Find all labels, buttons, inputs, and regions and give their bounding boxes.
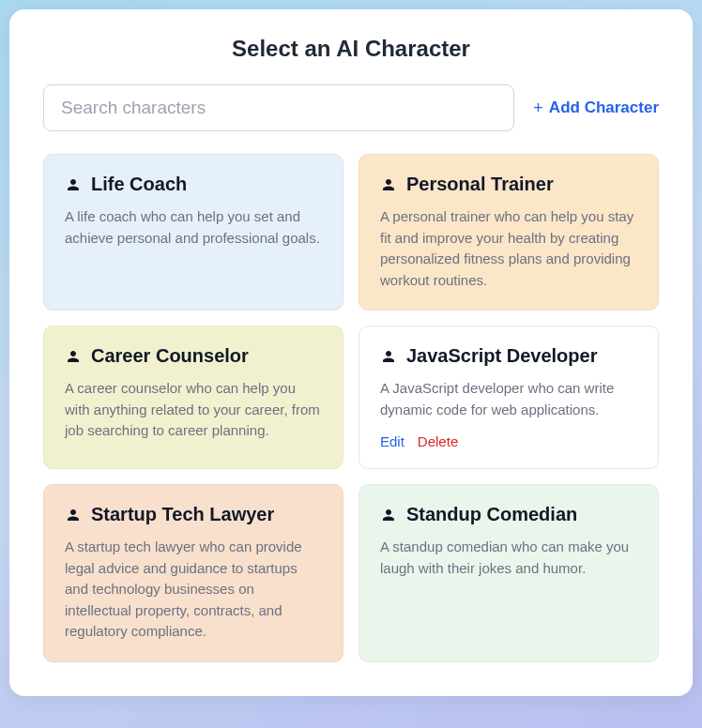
person-icon (380, 176, 397, 193)
card-description: A career counselor who can help you with… (65, 378, 322, 442)
person-icon (65, 507, 82, 523)
person-icon (380, 348, 397, 365)
character-card[interactable]: Startup Tech LawyerA startup tech lawyer… (43, 484, 343, 662)
edit-button[interactable]: Edit (380, 433, 404, 449)
plus-icon: + (533, 99, 543, 118)
search-input[interactable] (43, 84, 514, 131)
card-description: A JavaScript developer who can write dyn… (380, 378, 637, 420)
characters-grid: Life CoachA life coach who can help you … (43, 154, 659, 662)
card-title: Standup Comedian (406, 504, 577, 525)
character-card[interactable]: Standup ComedianA standup comedian who c… (359, 484, 659, 662)
card-title: Personal Trainer (406, 174, 554, 195)
person-icon (380, 507, 397, 523)
card-title: Career Counselor (91, 345, 249, 367)
card-title: JavaScript Developer (406, 345, 597, 367)
card-description: A personal trainer who can help you stay… (380, 206, 637, 291)
card-header: JavaScript Developer (380, 345, 637, 367)
card-description: A startup tech lawyer who can provide le… (65, 537, 322, 643)
person-icon (65, 348, 82, 365)
modal-title: Select an AI Character (43, 36, 659, 62)
add-character-button[interactable]: + Add Character (533, 99, 659, 118)
character-card[interactable]: Life CoachA life coach who can help you … (43, 154, 343, 311)
character-card[interactable]: JavaScript DeveloperA JavaScript develop… (359, 326, 659, 469)
card-description: A standup comedian who can make you laug… (380, 537, 637, 579)
card-title: Startup Tech Lawyer (91, 504, 274, 525)
card-description: A life coach who can help you set and ac… (65, 206, 322, 249)
card-header: Standup Comedian (380, 504, 637, 525)
card-header: Life Coach (65, 174, 322, 195)
card-actions: EditDelete (380, 433, 637, 449)
character-card[interactable]: Career CounselorA career counselor who c… (43, 326, 343, 469)
card-header: Personal Trainer (380, 174, 637, 195)
card-header: Startup Tech Lawyer (65, 504, 322, 525)
top-row: + Add Character (43, 84, 659, 131)
card-title: Life Coach (91, 174, 187, 195)
character-card[interactable]: Personal TrainerA personal trainer who c… (359, 154, 659, 311)
delete-button[interactable]: Delete (418, 433, 458, 449)
person-icon (65, 176, 82, 193)
character-selector-modal: Select an AI Character + Add Character L… (9, 9, 693, 696)
add-button-label: Add Character (549, 99, 659, 117)
card-header: Career Counselor (65, 345, 322, 367)
